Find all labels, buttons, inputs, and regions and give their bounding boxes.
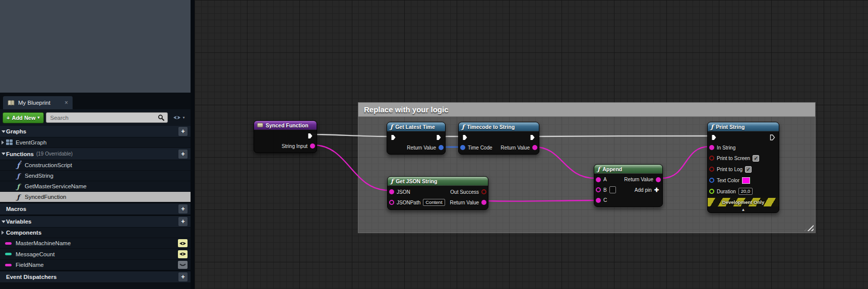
section-label: Event Dispatchers (6, 274, 56, 280)
visibility-eye-closed-icon[interactable] (178, 261, 188, 269)
c-pin[interactable] (596, 198, 601, 203)
blueprint-editor: Replace with your logic Synced Function … (0, 0, 868, 289)
node-synced-function[interactable]: Synced Function String Input (254, 120, 317, 153)
exec-out-pin[interactable] (307, 133, 313, 139)
out-success-pin[interactable] (481, 189, 486, 194)
b-value-field[interactable] (609, 186, 616, 193)
node-print-string[interactable]: ƒ Print String In String Print to Screen… (707, 122, 779, 213)
in-string-pin[interactable] (709, 145, 714, 150)
sidebar-item-getmasterservicename[interactable]: ƒ GetMasterServiceName (0, 181, 191, 192)
section-functions[interactable]: Functions (19 Overridable) + (0, 148, 191, 160)
my-blueprint-panel: My Blueprint × + Add New ▾ (0, 0, 191, 289)
item-label: MasterMachineName (16, 240, 71, 246)
jsonpath-pin[interactable] (389, 200, 394, 205)
add-new-button[interactable]: + Add New ▾ (3, 112, 44, 123)
exec-in-pin[interactable] (391, 134, 396, 140)
item-label: GetMasterServiceName (25, 183, 87, 189)
visibility-eye-open-icon[interactable] (178, 250, 188, 258)
sidebar-item-constructionscript[interactable]: ƒ↗ ConstructionScript (0, 160, 191, 171)
node-title: Get Latest Time (395, 124, 435, 130)
comment-title[interactable]: Replace with your logic (358, 103, 815, 117)
pin-label: A (603, 177, 607, 182)
tab-my-blueprint[interactable]: My Blueprint × (3, 96, 73, 109)
exec-out-pin[interactable] (436, 134, 442, 140)
section-variables[interactable]: Variables + (0, 216, 191, 228)
return-value-pin[interactable] (439, 145, 444, 150)
node-title: Get JSON String (396, 178, 437, 184)
print-to-log-pin[interactable] (709, 167, 714, 172)
function-icon: ƒ (462, 124, 464, 129)
exec-in-pin[interactable] (711, 134, 717, 140)
expander-icon[interactable] (2, 140, 4, 144)
text-color-swatch[interactable] (742, 177, 750, 184)
pin-label: B (603, 187, 607, 193)
text-color-pin[interactable] (709, 178, 714, 183)
add-variable-button[interactable]: + (178, 217, 188, 226)
a-pin[interactable] (596, 177, 601, 182)
expander-icon[interactable] (2, 231, 4, 235)
print-to-screen-pin[interactable] (709, 156, 714, 161)
node-get-latest-time[interactable]: ƒ Get Latest Time Return Value (387, 122, 446, 155)
pin-label: String Input (282, 143, 307, 149)
exec-in-pin[interactable] (462, 134, 468, 140)
sidebar-item-components[interactable]: Components (0, 228, 191, 238)
time-code-pin[interactable] (460, 145, 465, 150)
sidebar-item-eventgraph[interactable]: EventGraph (0, 137, 191, 148)
search-icon (158, 114, 165, 121)
add-pin-label[interactable]: Add pin (635, 187, 652, 193)
duration-pin[interactable] (709, 189, 714, 194)
section-macros[interactable]: Macros + (0, 203, 191, 215)
add-event-dispatcher-button[interactable]: + (178, 272, 188, 281)
section-event-dispatchers[interactable]: Event Dispatchers + (0, 271, 191, 283)
add-graph-button[interactable]: + (178, 127, 188, 136)
tab-bar: My Blueprint × (0, 93, 191, 109)
view-options-button[interactable]: ▾ (170, 112, 188, 123)
print-to-screen-checkbox[interactable]: ✓ (753, 155, 759, 162)
sidebar-item-messagecount[interactable]: MessageCount (0, 249, 191, 260)
search-input[interactable] (46, 113, 167, 122)
section-label: Graphs (6, 128, 26, 134)
development-only-banner: Development Only (708, 198, 779, 206)
node-title: Synced Function (266, 122, 308, 128)
visibility-eye-open-icon[interactable] (178, 239, 188, 247)
sidebar-item-fieldname[interactable]: FieldName (0, 260, 191, 270)
section-label: Macros (6, 206, 26, 212)
section-graphs[interactable]: Graphs + (0, 126, 191, 137)
pin-label: C (603, 197, 607, 203)
sidebar-item-mastermachinename[interactable]: MasterMachineName (0, 238, 191, 249)
pin-label: JSON (397, 189, 410, 195)
return-value-pin[interactable] (656, 177, 661, 182)
pin-label: In String (717, 145, 735, 151)
jsonpath-value-field[interactable]: Content (423, 199, 445, 206)
b-pin[interactable] (596, 187, 601, 192)
item-label: Components (6, 230, 41, 236)
exec-out-pin[interactable] (530, 134, 535, 140)
return-value-pin[interactable] (481, 200, 486, 205)
blueprint-book-icon (8, 100, 15, 106)
json-pin[interactable] (389, 189, 394, 194)
add-macro-button[interactable]: + (178, 204, 188, 213)
function-icon: ƒ (15, 172, 21, 180)
add-function-button[interactable]: + (178, 150, 188, 159)
return-value-pin[interactable] (532, 145, 537, 150)
sidebar-item-syncedfunction[interactable]: ƒ SyncedFunction (0, 192, 191, 202)
node-append[interactable]: ƒ Append A Return Value B Add pin ✚ C (594, 164, 663, 207)
function-icon: ƒ (390, 124, 393, 129)
function-icon: ƒ (15, 193, 21, 201)
pin-label: Time Code (468, 145, 492, 151)
add-new-label: Add New (12, 115, 35, 121)
item-label: EventGraph (16, 139, 46, 146)
tab-close-icon[interactable]: × (65, 99, 68, 106)
comment-resize-handle[interactable] (804, 223, 814, 231)
node-collapse-arrow[interactable]: ▲ (708, 206, 779, 212)
node-get-json-string[interactable]: ƒ Get JSON String JSON Out Success JSONP… (387, 176, 488, 210)
sidebar-item-sendstring[interactable]: ƒ SendString (0, 171, 191, 181)
node-timecode-to-string[interactable]: ƒ Timecode to String Time Code Return Va… (458, 122, 539, 155)
exec-out-pin[interactable] (770, 134, 775, 140)
section-label: Variables (6, 219, 32, 225)
add-pin-button[interactable]: ✚ (654, 187, 659, 193)
print-to-log-checkbox[interactable]: ✓ (745, 166, 752, 173)
string-input-pin[interactable] (310, 143, 315, 149)
pin-label: Print to Screen (717, 156, 750, 161)
duration-value-field[interactable]: 20,0 (738, 188, 753, 195)
